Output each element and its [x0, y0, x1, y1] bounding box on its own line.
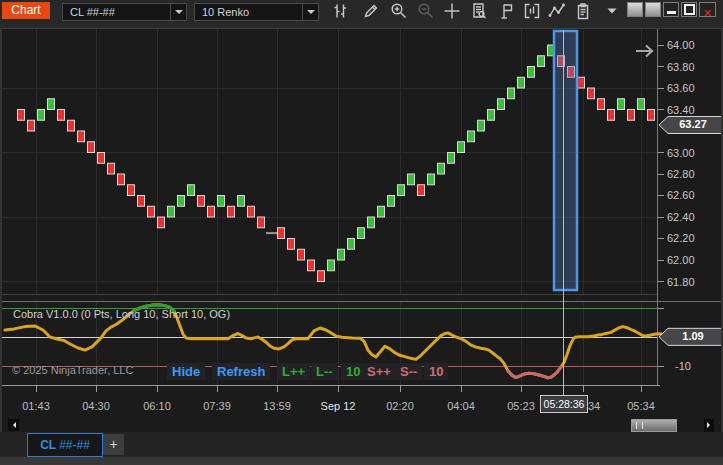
renko-brick-up [368, 217, 375, 228]
window-button-1[interactable] [627, 2, 643, 17]
tab-label-symbol: CL [40, 438, 56, 452]
renko-brick-up [448, 153, 455, 164]
tab-label-contract: ##-## [59, 438, 90, 452]
tab-cl[interactable]: CL##-## [27, 433, 103, 457]
renko-brick-up [618, 99, 625, 110]
chevron-down-icon[interactable] [302, 4, 318, 20]
renko-brick-up [528, 67, 535, 78]
scroll-left-button[interactable] [8, 419, 19, 431]
renko-brick-up [518, 77, 525, 88]
renko-brick-up [218, 196, 225, 207]
renko-brick-down [258, 217, 265, 228]
renko-brick-down [98, 153, 105, 164]
renko-brick-down [608, 110, 615, 121]
indicators-icon[interactable] [545, 1, 569, 23]
horizontal-scrollbar [0, 417, 723, 432]
long-exit-button[interactable]: L-- [311, 363, 338, 380]
titlebar: Chart CL ##-## 10 Renko ✕ [0, 0, 723, 29]
short-exit-button[interactable]: S-- [395, 363, 422, 380]
interval-value: 10 Renko [195, 4, 249, 20]
maximize-button[interactable] [681, 2, 697, 17]
scrollbar-thumb[interactable] [631, 419, 677, 432]
renko-brick-down [58, 110, 65, 121]
renko-brick-down [138, 196, 145, 207]
last-price-tag-shape [659, 116, 722, 133]
long-enter-button[interactable]: L++ [277, 363, 310, 380]
renko-brick-up [358, 228, 365, 239]
renko-brick-down [588, 88, 595, 99]
renko-brick-down [578, 77, 585, 88]
chart-canvas[interactable] [0, 0, 723, 465]
renko-brick-up [438, 163, 445, 174]
renko-brick-down [278, 228, 285, 239]
chart-window: Chart CL ##-## 10 Renko ✕ Cobra V1.0.0 (… [0, 0, 723, 465]
renko-brick-down [68, 120, 75, 131]
indicator-value-tag-shape [659, 328, 722, 345]
renko-brick-up [338, 249, 345, 260]
more-options-chevron-icon[interactable] [600, 1, 624, 23]
renko-brick-up [638, 99, 645, 110]
zoom-out-icon[interactable] [414, 1, 438, 23]
renko-brick-down [18, 110, 25, 121]
renko-brick-down [248, 206, 255, 217]
renko-brick-down [148, 206, 155, 217]
renko-brick-down [598, 99, 605, 110]
renko-brick-up [498, 99, 505, 110]
renko-brick-up [458, 142, 465, 153]
renko-brick-up [328, 260, 335, 271]
chart-trader-icon[interactable] [520, 1, 544, 23]
scroll-right-button[interactable] [704, 419, 714, 432]
renko-brick-down [418, 185, 425, 196]
interval-selector[interactable]: 10 Renko [194, 3, 319, 21]
hide-button[interactable]: Hide [167, 363, 205, 380]
renko-brick-up [168, 206, 175, 217]
chevron-down-icon[interactable] [170, 4, 186, 20]
add-tab-button[interactable]: + [103, 434, 124, 455]
renko-brick-down [118, 174, 125, 185]
renko-brick-up [538, 56, 545, 67]
window-button-2[interactable] [645, 2, 661, 17]
window-bottom-border [0, 457, 723, 465]
renko-brick-up [38, 110, 45, 121]
renko-brick-down [288, 239, 295, 250]
renko-brick-up [408, 174, 415, 185]
minimize-button[interactable] [663, 2, 679, 17]
properties-icon[interactable] [571, 1, 595, 23]
data-series-icon[interactable] [467, 1, 491, 23]
renko-brick-down [28, 120, 35, 131]
close-button[interactable]: ✕ [699, 2, 716, 17]
go-to-end-arrow-icon[interactable] [636, 46, 652, 57]
short-qty-field[interactable]: 10 [424, 363, 448, 380]
draw-icon[interactable] [359, 1, 383, 23]
order-entry-icon[interactable] [495, 1, 519, 23]
renko-brick-down [318, 271, 325, 282]
renko-brick-up [428, 174, 435, 185]
renko-brick-up [348, 239, 355, 250]
renko-brick-down [628, 110, 635, 121]
chart-style-icon[interactable] [329, 1, 353, 23]
renko-brick-down [648, 110, 655, 121]
renko-brick-down [158, 217, 165, 228]
scrollbar-grip [636, 422, 643, 429]
indicator-line-below-threshold [508, 367, 561, 378]
renko-brick-up [388, 196, 395, 207]
renko-brick-down [78, 131, 85, 142]
renko-brick-up [478, 120, 485, 131]
bar-selection-box[interactable] [554, 31, 577, 290]
renko-brick-up [508, 88, 515, 99]
close-icon: ✕ [703, 7, 712, 19]
renko-brick-down [198, 196, 205, 207]
renko-brick-up [398, 185, 405, 196]
crosshair-icon[interactable] [440, 1, 464, 23]
minimize-icon [667, 11, 676, 14]
instrument-value: CL ##-## [63, 4, 115, 20]
window-left-border [0, 28, 2, 457]
window-title-badge: Chart [2, 2, 50, 19]
renko-brick-down [308, 260, 315, 271]
renko-brick-down [128, 185, 135, 196]
renko-brick-up [238, 196, 245, 207]
short-enter-button[interactable]: S++ [362, 363, 396, 380]
instrument-selector[interactable]: CL ##-## [62, 3, 187, 21]
refresh-button[interactable]: Refresh [212, 363, 270, 380]
zoom-in-icon[interactable] [387, 1, 411, 23]
